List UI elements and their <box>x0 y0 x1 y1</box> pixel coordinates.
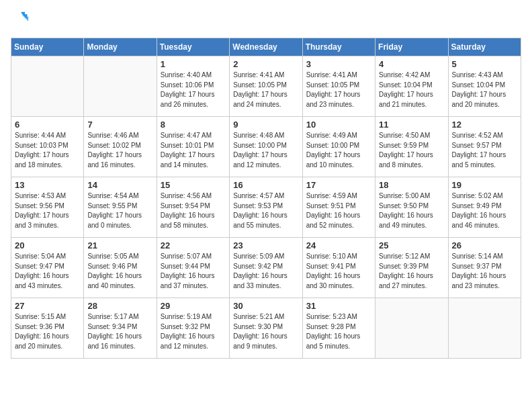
day-detail: Sunrise: 5:02 AMSunset: 9:49 PMDaylight:… <box>452 191 517 230</box>
day-detail: Sunrise: 4:48 AMSunset: 10:00 PMDaylight… <box>233 131 298 170</box>
day-detail: Sunrise: 4:56 AMSunset: 9:54 PMDaylight:… <box>161 191 226 230</box>
day-detail: Sunrise: 4:46 AMSunset: 10:02 PMDaylight… <box>87 131 152 170</box>
calendar-cell: 28Sunrise: 5:17 AMSunset: 9:34 PMDayligh… <box>84 298 157 359</box>
day-number: 7 <box>87 120 152 130</box>
calendar-cell: 30Sunrise: 5:21 AMSunset: 9:30 PMDayligh… <box>230 298 302 359</box>
day-number: 27 <box>15 301 80 311</box>
day-number: 19 <box>452 180 517 190</box>
day-number: 23 <box>233 240 298 250</box>
day-number: 24 <box>306 240 371 250</box>
day-number: 28 <box>87 301 152 311</box>
calendar-cell: 3Sunrise: 4:41 AMSunset: 10:05 PMDayligh… <box>302 56 375 117</box>
day-number: 6 <box>15 120 80 130</box>
logo-icon <box>11 11 30 30</box>
day-number: 12 <box>452 120 517 130</box>
day-detail: Sunrise: 4:41 AMSunset: 10:05 PMDaylight… <box>306 71 371 109</box>
day-detail: Sunrise: 4:41 AMSunset: 10:05 PMDaylight… <box>233 71 298 109</box>
calendar-cell: 12Sunrise: 4:52 AMSunset: 9:57 PMDayligh… <box>448 117 521 177</box>
page-header <box>11 11 521 30</box>
day-detail: Sunrise: 5:17 AMSunset: 9:34 PMDaylight:… <box>87 312 152 351</box>
calendar-week-row: 27Sunrise: 5:15 AMSunset: 9:36 PMDayligh… <box>11 298 521 359</box>
logo <box>11 11 32 30</box>
calendar-cell: 9Sunrise: 4:48 AMSunset: 10:00 PMDayligh… <box>230 117 302 177</box>
day-detail: Sunrise: 5:09 AMSunset: 9:42 PMDaylight:… <box>233 252 298 291</box>
day-detail: Sunrise: 5:23 AMSunset: 9:28 PMDaylight:… <box>306 312 371 351</box>
day-detail: Sunrise: 5:04 AMSunset: 9:47 PMDaylight:… <box>15 252 80 291</box>
day-number: 8 <box>161 120 226 130</box>
day-detail: Sunrise: 4:50 AMSunset: 9:59 PMDaylight:… <box>379 131 444 170</box>
weekday-header: Monday <box>84 38 157 56</box>
day-detail: Sunrise: 4:40 AMSunset: 10:06 PMDaylight… <box>161 71 226 109</box>
calendar-cell: 6Sunrise: 4:44 AMSunset: 10:03 PMDayligh… <box>11 117 84 177</box>
calendar-cell: 31Sunrise: 5:23 AMSunset: 9:28 PMDayligh… <box>302 298 375 359</box>
calendar-cell: 21Sunrise: 5:05 AMSunset: 9:46 PMDayligh… <box>84 238 157 298</box>
day-number: 2 <box>233 59 298 69</box>
day-detail: Sunrise: 5:05 AMSunset: 9:46 PMDaylight:… <box>87 252 152 291</box>
calendar-cell: 22Sunrise: 5:07 AMSunset: 9:44 PMDayligh… <box>157 238 229 298</box>
calendar-table: SundayMondayTuesdayWednesdayThursdayFrid… <box>11 38 521 359</box>
day-detail: Sunrise: 4:42 AMSunset: 10:04 PMDaylight… <box>379 71 444 109</box>
day-detail: Sunrise: 5:10 AMSunset: 9:41 PMDaylight:… <box>306 252 371 291</box>
calendar-week-row: 13Sunrise: 4:53 AMSunset: 9:56 PMDayligh… <box>11 177 521 238</box>
day-detail: Sunrise: 4:54 AMSunset: 9:55 PMDaylight:… <box>87 191 152 230</box>
day-detail: Sunrise: 5:12 AMSunset: 9:39 PMDaylight:… <box>379 252 444 291</box>
weekday-header: Tuesday <box>157 38 229 56</box>
day-detail: Sunrise: 4:43 AMSunset: 10:04 PMDaylight… <box>452 71 517 109</box>
day-number: 17 <box>306 180 371 190</box>
calendar-week-row: 1Sunrise: 4:40 AMSunset: 10:06 PMDayligh… <box>11 56 521 117</box>
day-number: 22 <box>161 240 226 250</box>
calendar-cell <box>448 298 521 359</box>
calendar-cell: 19Sunrise: 5:02 AMSunset: 9:49 PMDayligh… <box>448 177 521 238</box>
calendar-cell: 5Sunrise: 4:43 AMSunset: 10:04 PMDayligh… <box>448 56 521 117</box>
day-number: 18 <box>379 180 444 190</box>
calendar-cell: 17Sunrise: 4:59 AMSunset: 9:51 PMDayligh… <box>302 177 375 238</box>
calendar-cell <box>11 56 84 117</box>
day-detail: Sunrise: 4:53 AMSunset: 9:56 PMDaylight:… <box>15 191 80 230</box>
calendar-cell: 8Sunrise: 4:47 AMSunset: 10:01 PMDayligh… <box>157 117 229 177</box>
day-detail: Sunrise: 4:57 AMSunset: 9:53 PMDaylight:… <box>233 191 298 230</box>
calendar-cell: 7Sunrise: 4:46 AMSunset: 10:02 PMDayligh… <box>84 117 157 177</box>
day-number: 4 <box>379 59 444 69</box>
calendar-cell: 13Sunrise: 4:53 AMSunset: 9:56 PMDayligh… <box>11 177 84 238</box>
calendar-cell: 11Sunrise: 4:50 AMSunset: 9:59 PMDayligh… <box>375 117 448 177</box>
day-number: 10 <box>306 120 371 130</box>
weekday-header: Saturday <box>448 38 521 56</box>
calendar-cell: 10Sunrise: 4:49 AMSunset: 10:00 PMDaylig… <box>302 117 375 177</box>
weekday-header: Sunday <box>11 38 84 56</box>
calendar-week-row: 20Sunrise: 5:04 AMSunset: 9:47 PMDayligh… <box>11 238 521 298</box>
calendar-cell: 27Sunrise: 5:15 AMSunset: 9:36 PMDayligh… <box>11 298 84 359</box>
day-number: 31 <box>306 301 371 311</box>
day-number: 14 <box>87 180 152 190</box>
day-number: 21 <box>87 240 152 250</box>
day-number: 15 <box>161 180 226 190</box>
day-number: 13 <box>15 180 80 190</box>
calendar-cell: 15Sunrise: 4:56 AMSunset: 9:54 PMDayligh… <box>157 177 229 238</box>
calendar-body: 1Sunrise: 4:40 AMSunset: 10:06 PMDayligh… <box>11 56 521 359</box>
day-number: 11 <box>379 120 444 130</box>
calendar-cell: 18Sunrise: 5:00 AMSunset: 9:50 PMDayligh… <box>375 177 448 238</box>
day-number: 9 <box>233 120 298 130</box>
calendar-cell: 1Sunrise: 4:40 AMSunset: 10:06 PMDayligh… <box>157 56 229 117</box>
day-detail: Sunrise: 5:19 AMSunset: 9:32 PMDaylight:… <box>161 312 226 351</box>
calendar-cell <box>375 298 448 359</box>
weekday-header: Wednesday <box>230 38 302 56</box>
day-number: 29 <box>161 301 226 311</box>
calendar-header: SundayMondayTuesdayWednesdayThursdayFrid… <box>11 38 521 56</box>
calendar-cell: 16Sunrise: 4:57 AMSunset: 9:53 PMDayligh… <box>230 177 302 238</box>
day-detail: Sunrise: 4:52 AMSunset: 9:57 PMDaylight:… <box>452 131 517 170</box>
day-detail: Sunrise: 5:15 AMSunset: 9:36 PMDaylight:… <box>15 312 80 351</box>
day-number: 20 <box>15 240 80 250</box>
day-detail: Sunrise: 4:59 AMSunset: 9:51 PMDaylight:… <box>306 191 371 230</box>
calendar-cell: 20Sunrise: 5:04 AMSunset: 9:47 PMDayligh… <box>11 238 84 298</box>
calendar-cell: 2Sunrise: 4:41 AMSunset: 10:05 PMDayligh… <box>230 56 302 117</box>
day-detail: Sunrise: 4:44 AMSunset: 10:03 PMDaylight… <box>15 131 80 170</box>
calendar-cell: 23Sunrise: 5:09 AMSunset: 9:42 PMDayligh… <box>230 238 302 298</box>
weekday-header: Thursday <box>302 38 375 56</box>
day-number: 30 <box>233 301 298 311</box>
calendar-cell: 24Sunrise: 5:10 AMSunset: 9:41 PMDayligh… <box>302 238 375 298</box>
day-detail: Sunrise: 4:49 AMSunset: 10:00 PMDaylight… <box>306 131 371 170</box>
day-detail: Sunrise: 4:47 AMSunset: 10:01 PMDaylight… <box>161 131 226 170</box>
calendar-cell: 14Sunrise: 4:54 AMSunset: 9:55 PMDayligh… <box>84 177 157 238</box>
day-number: 1 <box>161 59 226 69</box>
day-detail: Sunrise: 5:07 AMSunset: 9:44 PMDaylight:… <box>161 252 226 291</box>
